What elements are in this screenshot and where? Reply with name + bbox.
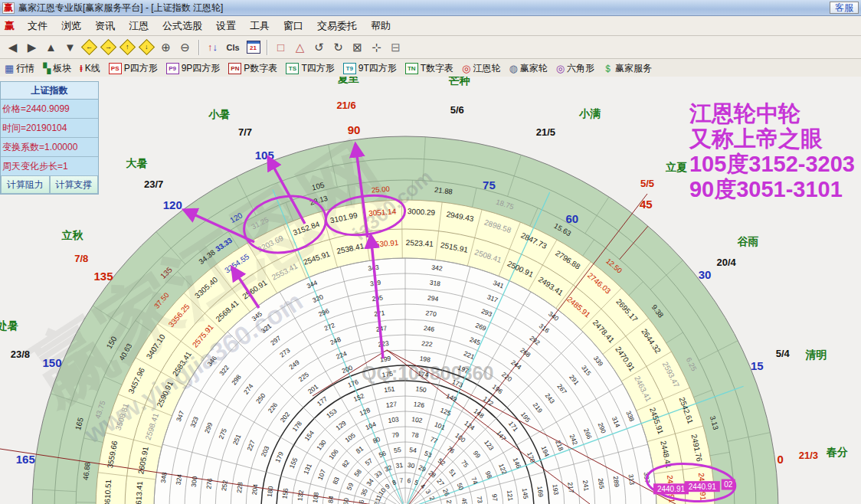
gann-wheel-chart-area[interactable]: 赢家江恩网www.yingjia360.comia360.comQQ:10080…: [0, 77, 861, 504]
tool-赢家轮[interactable]: ◍赢家轮: [509, 62, 547, 75]
menu-8[interactable]: 交易委托: [310, 18, 364, 33]
triangle-tool-icon[interactable]: △: [290, 38, 309, 56]
zoom-in-icon[interactable]: ⊕: [156, 38, 175, 56]
tool-T四方形[interactable]: TST四方形: [286, 62, 334, 75]
wheel-number: 276: [205, 477, 214, 489]
solar-term-label: 小满: [578, 107, 601, 119]
menu-items: 文件浏览资讯江恩公式选股设置工具窗口交易委托帮助: [21, 19, 398, 33]
tool-K线[interactable]: ⱡK线: [80, 62, 100, 75]
tool-P数字表[interactable]: PNP数字表: [228, 62, 277, 75]
wheel-number: 127: [385, 400, 398, 409]
expand-icon[interactable]: ▲: [41, 38, 61, 56]
panel-title: 上证指数: [1, 82, 98, 100]
rect-tool-icon[interactable]: □: [271, 38, 290, 56]
scroll-left-icon[interactable]: ◀: [3, 38, 22, 56]
wheel-number: 84: [326, 496, 335, 504]
menu-9[interactable]: 帮助: [364, 18, 398, 33]
date-label: 5/6: [450, 104, 464, 116]
date-label: 5/4: [776, 348, 791, 359]
solar-term-label: 清明: [805, 349, 827, 361]
percent-value: 25.00: [372, 185, 391, 195]
wheel-number: 25: [445, 499, 453, 504]
solar-term-label: 大暑: [126, 157, 147, 169]
tool-9T四方形[interactable]: T99T四方形: [343, 62, 397, 75]
menu-4[interactable]: 公式选股: [156, 18, 209, 33]
price-scale-icon[interactable]: ↑↓: [203, 38, 222, 56]
date-label: 5/5: [640, 178, 654, 189]
diamond-down-icon[interactable]: ↓: [137, 38, 156, 56]
customer-service-button[interactable]: 客服: [830, 2, 859, 14]
panel-row-0: 价格=2440.9099: [1, 100, 98, 119]
compress-icon[interactable]: ▼: [61, 38, 80, 56]
menu-1[interactable]: 浏览: [54, 18, 88, 33]
degree-label: 120: [163, 198, 182, 211]
t9-icon: T9: [343, 63, 356, 74]
wheel-number: 300: [189, 476, 198, 488]
toolbar-separator: [198, 40, 199, 55]
wheel-number: 198: [419, 355, 431, 364]
wheel-number: 31: [395, 461, 404, 470]
wheel-number: 324: [175, 473, 184, 486]
price-value-inner: 2613.41: [134, 480, 144, 504]
app-logo-icon: 赢: [2, 2, 15, 14]
panel-row-1: 时间=20190104: [1, 119, 98, 138]
wheel-number: 222: [421, 339, 434, 349]
tool-9P四方形[interactable]: P99P四方形: [166, 62, 221, 75]
center-tool-icon[interactable]: ⊹: [367, 38, 386, 56]
cls-button[interactable]: Cls: [222, 38, 244, 56]
solar-term-label: 春分: [826, 446, 848, 458]
menu-7[interactable]: 窗口: [277, 18, 310, 33]
annotation-line-0: 江恩轮中轮: [689, 101, 855, 126]
tool-六角形[interactable]: ◎六角形: [556, 62, 594, 75]
calc-resistance-button[interactable]: 计算阻力: [1, 176, 50, 194]
diamond-left-icon[interactable]: ←: [80, 38, 99, 56]
panel-buttons: 计算阻力计算支撑: [1, 176, 98, 194]
zoom-out-icon[interactable]: ⊖: [175, 38, 195, 56]
wheel-number: 79: [391, 430, 400, 439]
annotation-line-3: 90度3051-3101: [689, 177, 855, 202]
solar-term-label: 立秋: [61, 229, 84, 241]
degree-label: 30: [699, 268, 712, 281]
solar-term-label: 夏至: [338, 77, 359, 84]
wheel-number: 55: [393, 446, 401, 454]
rotate-cw-icon[interactable]: ↻: [329, 38, 348, 56]
menu-6[interactable]: 工具: [243, 18, 277, 33]
tool-行情[interactable]: ▦行情: [5, 62, 34, 75]
menu-5[interactable]: 设置: [209, 18, 243, 33]
solar-term-label: 谷雨: [737, 235, 759, 247]
tool-T数字表[interactable]: TNT数字表: [405, 62, 453, 75]
menu-bar: 赢 文件浏览资讯江恩公式选股设置工具窗口交易委托帮助: [0, 16, 861, 36]
tool-P四方形[interactable]: PSP四方形: [109, 62, 158, 75]
tool-赢家服务[interactable]: ＄赢家服务: [603, 62, 652, 75]
date-label: 23/7: [144, 178, 163, 190]
wheel-number: 241: [581, 479, 591, 492]
menu-3[interactable]: 江恩: [122, 18, 156, 33]
price-value-outer: 3610.51: [103, 479, 113, 504]
diamond-right-icon[interactable]: →: [99, 38, 118, 56]
p9-icon: P9: [166, 63, 179, 74]
calendar-21-icon[interactable]: 21: [244, 38, 263, 56]
menu-0[interactable]: 文件: [21, 18, 54, 33]
scroll-right-icon[interactable]: ▶: [22, 38, 41, 56]
wheel-number: 342: [431, 263, 444, 273]
delete-box-icon[interactable]: ⊠: [348, 38, 367, 56]
wheel-number: 313: [627, 473, 637, 486]
tool-板块[interactable]: ▚板块: [43, 62, 71, 75]
tool-label: P数字表: [244, 62, 277, 75]
date-label: 21/5: [536, 126, 555, 138]
rotate-ccw-icon[interactable]: ↺: [309, 38, 329, 56]
calc-support-button[interactable]: 计算支撑: [50, 176, 99, 194]
menu-2[interactable]: 资讯: [88, 18, 122, 33]
tool-label: 赢家服务: [615, 62, 652, 75]
sector-blocks-icon: ▚: [43, 64, 51, 74]
tool-江恩轮[interactable]: ◎江恩轮: [462, 62, 500, 75]
degree-label: 90: [348, 123, 361, 136]
diamond-up-icon[interactable]: ↑: [118, 38, 137, 56]
degree-label: 15: [751, 359, 764, 372]
screen-tool-icon[interactable]: ⊟: [386, 38, 405, 56]
wheel-number: 174: [417, 370, 430, 379]
wheel-number: 348: [159, 472, 169, 484]
index-info-panel: 上证指数 价格=2440.9099时间=20190104变换系数=1.00000…: [0, 81, 99, 195]
wheel-number: 270: [425, 309, 437, 318]
price-value-outer: 3000.29: [408, 207, 436, 217]
